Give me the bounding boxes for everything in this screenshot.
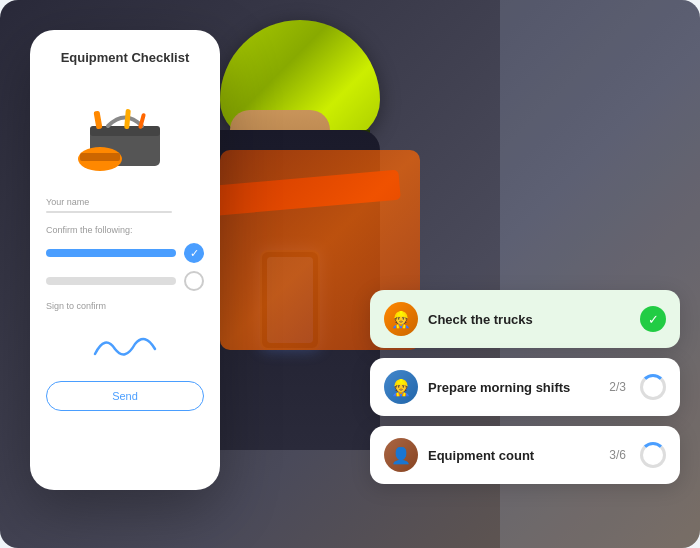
task-progress-3: 3/6 — [609, 448, 626, 462]
task-card-2[interactable]: 👷 Prepare morning shifts 2/3 — [370, 358, 680, 416]
toolbox-svg — [70, 91, 180, 171]
svg-rect-6 — [80, 153, 120, 161]
task-label-3: Equipment count — [428, 448, 599, 463]
check-icon-1[interactable]: ✓ — [184, 243, 204, 263]
send-button[interactable]: Send — [46, 381, 204, 411]
scene: Equipment Checklist Your name Confirm — [0, 0, 700, 548]
task-avatar-3: 👤 — [384, 438, 418, 472]
empty-circle-1[interactable] — [184, 271, 204, 291]
task-card-1[interactable]: 👷 Check the trucks ✓ — [370, 290, 680, 348]
confirm-bar-2 — [46, 277, 176, 285]
name-field-line — [46, 211, 172, 213]
signature-area — [46, 319, 204, 369]
task-progress-2: 2/3 — [609, 380, 626, 394]
task-spinner-3 — [640, 442, 666, 468]
confirm-row-2 — [46, 271, 204, 291]
task-avatar-1: 👷 — [384, 302, 418, 336]
confirm-bar-1 — [46, 249, 176, 257]
phone-card-title: Equipment Checklist — [46, 50, 204, 65]
task-card-3[interactable]: 👤 Equipment count 3/6 — [370, 426, 680, 484]
task-label-2: Prepare morning shifts — [428, 380, 599, 395]
task-spinner-2 — [640, 374, 666, 400]
task-label-1: Check the trucks — [428, 312, 630, 327]
task-avatar-2: 👷 — [384, 370, 418, 404]
task-cards: 👷 Check the trucks ✓ 👷 Prepare morning s… — [370, 290, 680, 484]
phone-card-image — [46, 81, 204, 181]
phone-card: Equipment Checklist Your name Confirm — [30, 30, 220, 490]
task-completed-icon-1: ✓ — [640, 306, 666, 332]
confirm-label: Confirm the following: — [46, 225, 204, 235]
your-name-label: Your name — [46, 197, 204, 207]
sign-label: Sign to confirm — [46, 301, 204, 311]
confirm-row-1: ✓ — [46, 243, 204, 263]
signature-svg — [85, 324, 165, 364]
